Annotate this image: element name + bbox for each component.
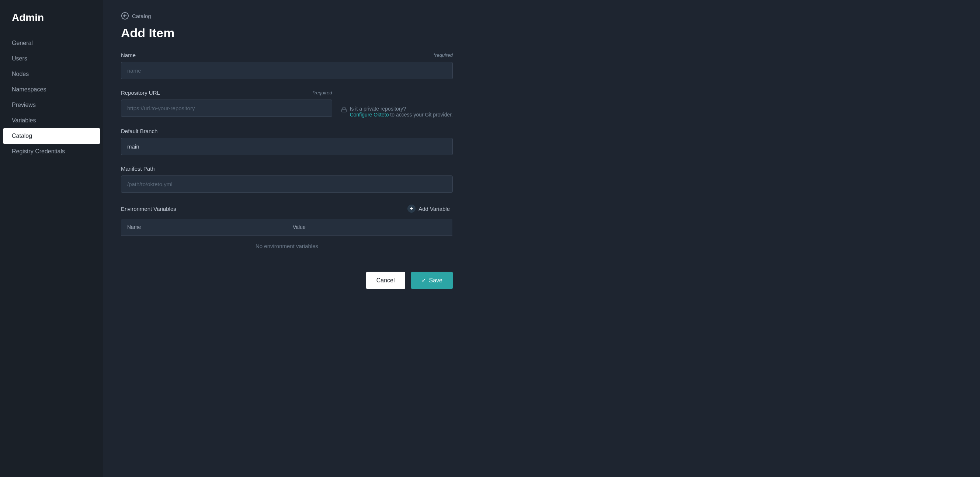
svg-rect-2 bbox=[342, 109, 346, 112]
manifest-path-header: Manifest Path bbox=[121, 165, 453, 172]
default-branch-label: Default Branch bbox=[121, 128, 158, 134]
env-section-title: Environment Variables bbox=[121, 206, 176, 212]
table-value-header: Value bbox=[287, 219, 453, 235]
env-variables-table: Name Value No environment variables bbox=[121, 219, 453, 257]
name-required: *required bbox=[433, 52, 453, 58]
sidebar-item-namespaces[interactable]: Namespaces bbox=[0, 82, 103, 97]
add-item-form: Name *required Repository URL *required bbox=[121, 52, 453, 289]
env-variables-section: Environment Variables + Add Variable Nam… bbox=[121, 203, 453, 257]
env-section-header: Environment Variables + Add Variable bbox=[121, 203, 453, 214]
sidebar-item-catalog[interactable]: Catalog bbox=[3, 128, 100, 144]
app-title: Admin bbox=[0, 12, 103, 35]
manifest-path-field: Manifest Path bbox=[121, 165, 453, 193]
sidebar: Admin General Users Nodes Namespaces Pre… bbox=[0, 0, 103, 477]
name-label: Name bbox=[121, 52, 136, 58]
table-row-empty: No environment variables bbox=[121, 235, 453, 257]
manifest-path-label: Manifest Path bbox=[121, 165, 155, 172]
sidebar-item-variables[interactable]: Variables bbox=[0, 113, 103, 128]
name-field: Name *required bbox=[121, 52, 453, 79]
configure-okteto-link[interactable]: Configure Okteto bbox=[350, 112, 389, 118]
private-repo-hint: Is it a private repository? Configure Ok… bbox=[341, 89, 453, 118]
repo-url-field: Repository URL *required Is it a private… bbox=[121, 89, 453, 118]
repo-url-label: Repository URL bbox=[121, 89, 160, 96]
form-actions: Cancel ✓ Save bbox=[121, 272, 453, 289]
add-variable-label: Add Variable bbox=[418, 206, 450, 212]
sidebar-item-general[interactable]: General bbox=[0, 35, 103, 51]
add-variable-icon: + bbox=[407, 205, 415, 213]
repo-url-field-header: Repository URL *required bbox=[121, 89, 332, 96]
check-icon: ✓ bbox=[422, 277, 426, 284]
sidebar-item-registry-credentials[interactable]: Registry Credentials bbox=[0, 144, 103, 159]
repo-url-input-wrapper: Repository URL *required bbox=[121, 89, 332, 117]
breadcrumb-label: Catalog bbox=[132, 13, 151, 19]
back-icon bbox=[121, 12, 129, 20]
repo-url-input[interactable] bbox=[121, 100, 332, 117]
save-label: Save bbox=[429, 277, 442, 284]
default-branch-field: Default Branch bbox=[121, 128, 453, 155]
cancel-button[interactable]: Cancel bbox=[366, 272, 405, 289]
main-content: Catalog Add Item Name *required Reposito… bbox=[103, 0, 980, 477]
table-name-header: Name bbox=[121, 219, 287, 235]
default-branch-header: Default Branch bbox=[121, 128, 453, 134]
sidebar-item-users[interactable]: Users bbox=[0, 51, 103, 66]
sidebar-item-nodes[interactable]: Nodes bbox=[0, 66, 103, 82]
add-variable-button[interactable]: + Add Variable bbox=[404, 203, 453, 214]
page-title: Add Item bbox=[121, 26, 962, 40]
repo-url-required: *required bbox=[313, 90, 332, 95]
no-variables-text: No environment variables bbox=[121, 235, 453, 257]
default-branch-input[interactable] bbox=[121, 138, 453, 155]
manifest-path-input[interactable] bbox=[121, 175, 453, 193]
lock-icon bbox=[341, 107, 347, 113]
private-repo-text: Is it a private repository? Configure Ok… bbox=[350, 106, 453, 118]
name-field-header: Name *required bbox=[121, 52, 453, 58]
repo-url-row: Repository URL *required Is it a private… bbox=[121, 89, 453, 118]
sidebar-item-previews[interactable]: Previews bbox=[0, 97, 103, 113]
name-input[interactable] bbox=[121, 62, 453, 79]
save-button[interactable]: ✓ Save bbox=[411, 272, 453, 289]
breadcrumb[interactable]: Catalog bbox=[121, 12, 962, 20]
sidebar-nav: General Users Nodes Namespaces Previews … bbox=[0, 35, 103, 159]
